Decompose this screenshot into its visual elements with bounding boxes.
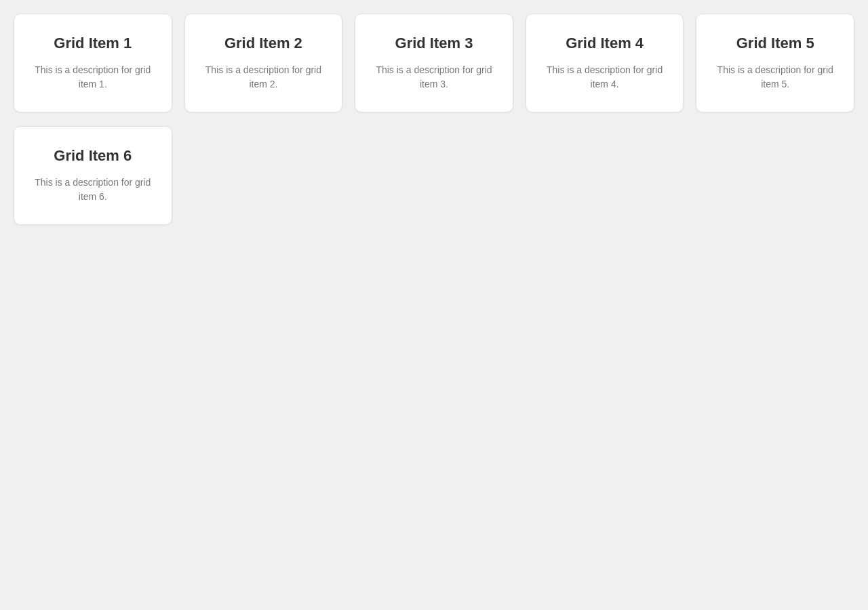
grid-item-1-description: This is a description for grid item 1.	[28, 63, 158, 92]
grid-item-4: Grid Item 4 This is a description for gr…	[526, 14, 684, 113]
grid-item-6: Grid Item 6 This is a description for gr…	[14, 126, 172, 225]
grid-item-2-title: Grid Item 2	[199, 35, 329, 52]
grid-item-5-description: This is a description for grid item 5.	[710, 63, 840, 92]
grid-item-2: Grid Item 2 This is a description for gr…	[184, 14, 343, 113]
grid-item-4-description: This is a description for grid item 4.	[540, 63, 670, 92]
grid-item-3: Grid Item 3 This is a description for gr…	[355, 14, 513, 113]
grid-item-3-title: Grid Item 3	[369, 35, 499, 52]
grid-item-5-title: Grid Item 5	[710, 35, 840, 52]
grid-item-4-title: Grid Item 4	[540, 35, 670, 52]
grid-item-5: Grid Item 5 This is a description for gr…	[696, 14, 854, 113]
grid-item-1-title: Grid Item 1	[28, 35, 158, 52]
grid-item-1: Grid Item 1 This is a description for gr…	[14, 14, 172, 113]
grid-item-6-description: This is a description for grid item 6.	[28, 176, 158, 204]
grid-row-2: Grid Item 6 This is a description for gr…	[0, 126, 868, 239]
grid-item-2-description: This is a description for grid item 2.	[199, 63, 329, 92]
grid-item-3-description: This is a description for grid item 3.	[369, 63, 499, 92]
grid-item-6-title: Grid Item 6	[28, 147, 158, 165]
grid-row-1: Grid Item 1 This is a description for gr…	[0, 0, 868, 126]
